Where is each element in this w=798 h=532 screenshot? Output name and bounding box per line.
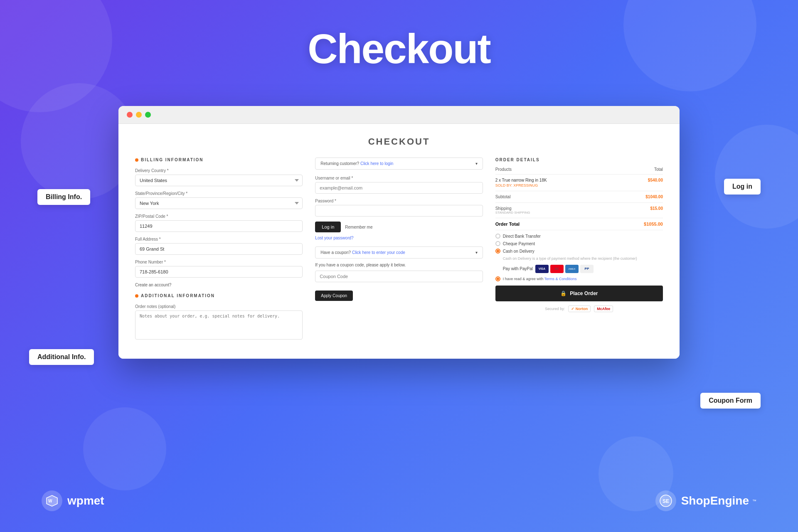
shipping-value: $15.00 (650, 206, 663, 211)
norton-badge: ✓ Norton (568, 305, 591, 312)
notes-label: Order notes (optional) (135, 304, 303, 309)
bg-circle-5 (83, 407, 166, 490)
order-product-price: $540.00 (648, 178, 663, 182)
password-group: Password * (315, 199, 483, 217)
place-order-button[interactable]: 🔒 Place Order (495, 286, 663, 301)
coupon-link[interactable]: Click here to enter your code (352, 250, 405, 255)
terms-link[interactable]: Terms & Conditions (544, 277, 577, 281)
create-account-text: Create an account? (135, 283, 303, 287)
returning-customer-text: Returning customer? Click here to login (320, 161, 393, 166)
notes-textarea[interactable] (135, 310, 303, 340)
password-input[interactable] (315, 205, 483, 217)
dot-yellow[interactable] (136, 112, 142, 118)
order-product-name: 2 x True narrow Ring in 18K (495, 178, 547, 182)
coupon-code-input[interactable] (315, 271, 483, 282)
apply-coupon-button[interactable]: Apply Coupon (315, 291, 353, 301)
state-select[interactable]: New York (135, 197, 303, 209)
browser-window: CHECKOUT BILLING INFORMATION Delivery Co… (118, 106, 680, 359)
order-table: Products Total 2 x True narrow Ring in 1… (495, 167, 663, 230)
billing-section-header: BILLING INFORMATION (135, 158, 303, 162)
browser-bar (118, 106, 680, 124)
state-label: State/Province/Region/City * (135, 191, 303, 196)
order-divider-4 (495, 230, 663, 230)
annotation-additional-info: Additional Info. (29, 349, 94, 365)
terms-text: I have read & agree with Terms & Conditi… (503, 277, 577, 281)
terms-row: I have read & agree with Terms & Conditi… (495, 276, 663, 281)
svg-text:SE: SE (663, 498, 669, 504)
order-divider-3 (495, 218, 663, 218)
order-product-info: 2 x True narrow Ring in 18K SOLD BY: XPR… (495, 178, 547, 187)
shipping-sub: STANDARD SHIPPING (495, 211, 530, 214)
radio-cheque[interactable] (495, 241, 500, 246)
bottom-bar: W wpmet SE ShopEngine ™ (0, 490, 798, 511)
payment-bank-label: Direct Bank Transfer (503, 234, 541, 239)
wpmet-icon: W (42, 490, 62, 511)
annotation-login: Log in (724, 179, 761, 195)
visa-icon: VISA (535, 265, 549, 273)
zip-input[interactable] (135, 220, 303, 232)
subtotal-row: Subtotal $1040.00 (495, 195, 663, 199)
lost-password-link[interactable]: Lost your password? (315, 236, 483, 240)
annotation-billing-info: Billing Info. (37, 189, 90, 205)
additional-section: ADDITIONAL INFORMATION Order notes (opti… (135, 293, 303, 341)
payment-cod-label: Cash on Delivery (503, 249, 534, 254)
payment-cod[interactable]: Cash on Delivery (495, 249, 663, 254)
payment-cheque[interactable]: Cheque Payment (495, 241, 663, 246)
subtotal-label: Subtotal (495, 195, 511, 199)
secured-by-text: Secured by: (545, 307, 565, 311)
radio-bank[interactable] (495, 234, 500, 239)
radio-cod[interactable] (495, 249, 500, 254)
annotation-coupon-form: Coupon Form (700, 393, 761, 409)
dot-green[interactable] (145, 112, 151, 118)
returning-customer-chevron-icon: ▾ (475, 161, 478, 166)
payment-bank[interactable]: Direct Bank Transfer (495, 234, 663, 239)
delivery-country-select[interactable]: United States (135, 175, 303, 186)
order-product-row: 2 x True narrow Ring in 18K SOLD BY: XPR… (495, 178, 663, 187)
coupon-code-group (315, 271, 483, 282)
col-products: Products (495, 167, 512, 172)
coupon-bar-text: Have a coupon? Click here to enter your … (320, 250, 405, 255)
payment-icons: VISA MC AMEX PP (535, 265, 594, 273)
checkout-heading: CHECKOUT (135, 136, 663, 147)
username-group: Username or email * (315, 176, 483, 194)
coupon-description: If you have a coupon code, please apply … (315, 263, 483, 267)
address-input[interactable] (135, 243, 303, 255)
username-input[interactable] (315, 182, 483, 194)
order-total-label: Order Total (495, 222, 520, 227)
coupon-chevron-icon: ▾ (475, 250, 478, 255)
paypal-row: Pay with PayPal VISA MC AMEX PP (503, 265, 663, 273)
returning-customer-bar[interactable]: Returning customer? Click here to login … (315, 158, 483, 170)
password-label: Password * (315, 199, 483, 203)
right-column: ORDER DETAILS Products Total 2 x True na… (495, 158, 663, 346)
state-group: State/Province/Region/City * New York (135, 191, 303, 209)
coupon-bar[interactable]: Have a coupon? Click here to enter your … (315, 246, 483, 259)
left-column: BILLING INFORMATION Delivery Country * U… (135, 158, 303, 346)
dot-red[interactable] (127, 112, 133, 118)
amex-icon: AMEX (565, 265, 579, 273)
delivery-country-group: Delivery Country * United States (135, 168, 303, 186)
order-divider-1 (495, 191, 663, 191)
delivery-country-label: Delivery Country * (135, 168, 303, 173)
middle-column: Returning customer? Click here to login … (315, 158, 483, 346)
bg-circle-4 (715, 125, 798, 229)
checkout-content: CHECKOUT BILLING INFORMATION Delivery Co… (118, 124, 680, 359)
zip-group: ZIP/Postal Code * (135, 214, 303, 232)
phone-input[interactable] (135, 266, 303, 278)
payment-cheque-label: Cheque Payment (503, 241, 535, 246)
login-form: Username or email * Password * Log in Re… (315, 176, 483, 240)
login-button[interactable]: Log in (315, 222, 341, 232)
mcafee-badge: McAfee (594, 305, 613, 312)
terms-checkbox[interactable] (495, 276, 500, 281)
paypal-label: Pay with PayPal (503, 266, 533, 271)
svg-text:W: W (48, 499, 52, 503)
login-link[interactable]: Click here to login (360, 161, 393, 166)
shopengine-text: ShopEngine (681, 494, 749, 507)
wpmet-text: wpmet (67, 494, 104, 507)
remember-me-label: Remember me (345, 225, 372, 229)
shipping-row: Shipping STANDARD SHIPPING $15.00 (495, 206, 663, 214)
additional-section-header: ADDITIONAL INFORMATION (135, 293, 303, 298)
cod-description: Cash on Delivery is a type of payment me… (503, 256, 663, 261)
order-sold-by: SOLD BY: XPRESSINUG (495, 183, 547, 187)
secured-row: Secured by: ✓ Norton McAfee (495, 305, 663, 312)
col-total: Total (654, 167, 663, 172)
